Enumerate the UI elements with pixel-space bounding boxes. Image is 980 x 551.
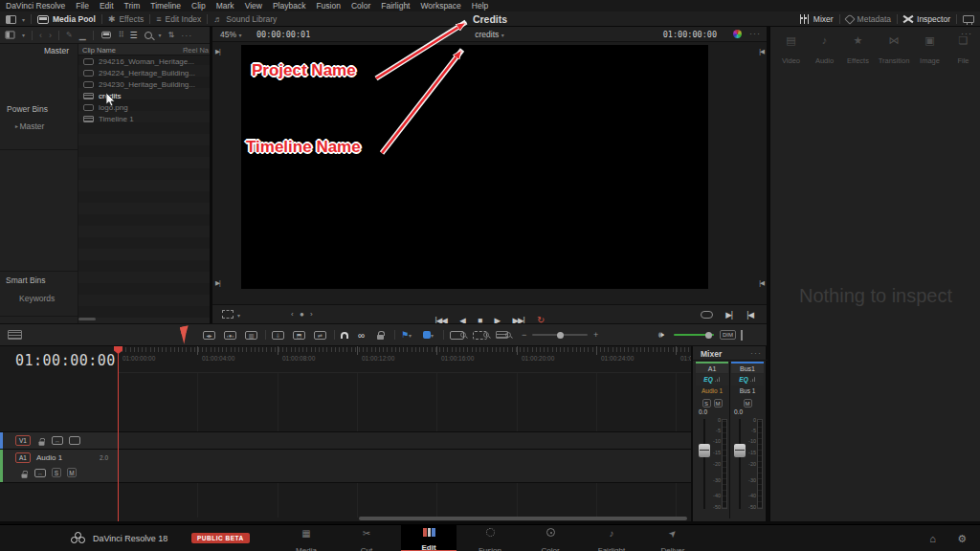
- zoom-out-icon[interactable]: −: [522, 330, 526, 340]
- back-icon[interactable]: ‹: [39, 31, 42, 40]
- inspector-tab-video[interactable]: ▤ Video: [774, 34, 808, 67]
- audio-track-header[interactable]: A1 Audio 1 2.0 ↔ S M: [0, 450, 118, 482]
- position-lock-icon[interactable]: [377, 335, 384, 340]
- search-icon[interactable]: [145, 32, 152, 39]
- timeline-horizontal-scrollbar[interactable]: [359, 517, 687, 520]
- clip-row[interactable]: Timeline 1: [78, 113, 210, 124]
- dim-button[interactable]: DIM: [720, 330, 736, 340]
- menu-mark[interactable]: Mark: [216, 1, 234, 11]
- clean-feed-icon[interactable]: [963, 15, 974, 23]
- volume-slider-handle[interactable]: [705, 332, 712, 339]
- enable-track-icon[interactable]: [69, 436, 80, 445]
- playhead-timecode[interactable]: 01:00:00:00: [15, 352, 116, 369]
- color-wheel-icon[interactable]: [733, 30, 742, 38]
- strip-eq[interactable]: EQ: [731, 374, 764, 386]
- lock-track-icon[interactable]: [39, 441, 45, 445]
- video-track-header[interactable]: V1 ↔: [0, 432, 118, 449]
- project-settings-gear-icon[interactable]: ⚙: [957, 533, 967, 545]
- clip-row[interactable]: 294230_Heritage_Building...: [78, 78, 210, 90]
- solo-button[interactable]: S: [702, 399, 711, 408]
- jump-marker-icon[interactable]: |◀: [759, 279, 764, 287]
- zoom-slider-handle[interactable]: [557, 332, 564, 339]
- auto-select-icon[interactable]: ↔: [52, 436, 63, 445]
- inspector-tab-effects[interactable]: ★ Effects: [841, 34, 875, 67]
- insert-clip-icon[interactable]: ⇩: [272, 331, 284, 340]
- timeline-zoom-slider[interactable]: [532, 334, 588, 336]
- audio-track-lane[interactable]: [118, 450, 691, 482]
- menu-clip[interactable]: Clip: [191, 1, 206, 11]
- sort-icon[interactable]: ⇅: [168, 31, 175, 39]
- page-tab-color[interactable]: Color: [523, 525, 578, 551]
- playhead[interactable]: [118, 346, 119, 521]
- timeline-ruler[interactable]: 01:00:00:00 01:00:04:00 01:00:08:00 01:0…: [118, 346, 691, 373]
- menu-file[interactable]: File: [76, 1, 89, 11]
- mute-button[interactable]: M: [67, 468, 77, 477]
- inspector-tab-image[interactable]: ▣ Image: [913, 34, 947, 67]
- clip-row[interactable]: 294224_Heritage_Building...: [78, 67, 210, 78]
- menu-fusion[interactable]: Fusion: [316, 1, 341, 11]
- menu-trim[interactable]: Trim: [124, 1, 141, 11]
- overwrite-clip-icon[interactable]: ⬒: [293, 331, 305, 340]
- clip-row-credits[interactable]: credits: [78, 90, 210, 101]
- menu-fairlight[interactable]: Fairlight: [381, 1, 410, 11]
- page-tab-cut[interactable]: ✂ Cut: [339, 525, 394, 551]
- chevron-right-icon[interactable]: ▾: [12, 125, 19, 128]
- horizontal-scrollbar[interactable]: [78, 318, 96, 320]
- strip-id[interactable]: Bus1: [731, 362, 764, 373]
- metadata-button[interactable]: Metadata: [846, 14, 891, 24]
- list-view-icon[interactable]: ☰: [130, 31, 138, 40]
- bin-master[interactable]: Master: [44, 46, 69, 55]
- jump-marker-icon[interactable]: |◀: [759, 48, 764, 55]
- video-track-destination-button[interactable]: V1: [15, 435, 31, 446]
- clip-row[interactable]: 294216_Woman_Heritage...: [78, 55, 210, 67]
- replace-clip-icon[interactable]: ⇄: [314, 331, 326, 340]
- menu-playback[interactable]: Playback: [273, 1, 306, 11]
- mixer-options-icon[interactable]: ···: [750, 348, 762, 358]
- bin-sidebar-toggle-icon[interactable]: [6, 31, 15, 38]
- fader-handle[interactable]: [734, 444, 746, 457]
- lock-track-icon[interactable]: [22, 474, 28, 477]
- menu-davinci-resolve[interactable]: DaVinci Resolve: [6, 1, 65, 11]
- mute-button[interactable]: M: [714, 399, 723, 408]
- audio-track-name[interactable]: Audio 1: [36, 453, 62, 462]
- media-pool-options-icon[interactable]: ···: [181, 31, 192, 40]
- inspector-tab-audio[interactable]: ♪ Audio: [808, 34, 841, 67]
- auto-select-icon[interactable]: ↔: [34, 469, 46, 477]
- strip-view-icon[interactable]: ▁: [79, 31, 86, 40]
- inspector-tab-file[interactable]: ❏ File: [947, 34, 980, 67]
- strip-label[interactable]: Bus 1: [731, 386, 764, 397]
- menu-timeline[interactable]: Timeline: [150, 1, 181, 11]
- timeline-view-options-icon[interactable]: [8, 330, 22, 340]
- column-reel-name[interactable]: Reel Na: [183, 46, 209, 55]
- strip-id[interactable]: A1: [696, 362, 728, 373]
- flag-icon[interactable]: ⚑: [401, 330, 409, 340]
- dynamic-trim-mode-icon[interactable]: ‹●›: [224, 331, 236, 340]
- page-tab-edit[interactable]: Edit: [401, 525, 457, 551]
- power-bins-header[interactable]: Power Bins: [7, 104, 48, 114]
- selection-mode-icon[interactable]: [180, 325, 192, 344]
- filmstrip-view-icon[interactable]: [101, 32, 111, 38]
- solo-button[interactable]: S: [52, 468, 61, 477]
- video-canvas[interactable]: [241, 45, 708, 289]
- viewer-options-icon[interactable]: ···: [749, 29, 761, 38]
- link-clips-icon[interactable]: ∞: [358, 330, 365, 341]
- menu-help[interactable]: Help: [472, 1, 488, 11]
- page-tab-fusion[interactable]: Fusion: [462, 525, 518, 551]
- page-tab-fairlight[interactable]: ♪ Fairlight: [584, 525, 639, 551]
- razor-edit-mode-icon[interactable]: ▥: [245, 331, 257, 340]
- mixer-button[interactable]: Mixer: [800, 14, 834, 24]
- thumbnail-view-icon[interactable]: ⠿: [119, 31, 123, 39]
- smart-bins-header[interactable]: Smart Bins: [6, 276, 46, 285]
- inspector-tab-transition[interactable]: ⋈ Transition: [875, 34, 913, 67]
- strip-label[interactable]: Audio 1: [696, 386, 728, 397]
- jump-marker-icon[interactable]: ▶|: [215, 279, 220, 287]
- page-tab-media[interactable]: ▦ Media: [278, 525, 334, 551]
- monitor-volume-slider[interactable]: [674, 334, 714, 337]
- menu-color[interactable]: Color: [351, 1, 370, 11]
- menu-view[interactable]: View: [245, 1, 262, 11]
- menu-workspace[interactable]: Workspace: [420, 1, 460, 11]
- column-clip-name[interactable]: Clip Name: [82, 46, 116, 55]
- video-track-lane[interactable]: [118, 432, 691, 449]
- audio-monitor-speaker-icon[interactable]: 🕪: [658, 330, 664, 341]
- jump-marker-icon[interactable]: ▶|: [215, 48, 220, 55]
